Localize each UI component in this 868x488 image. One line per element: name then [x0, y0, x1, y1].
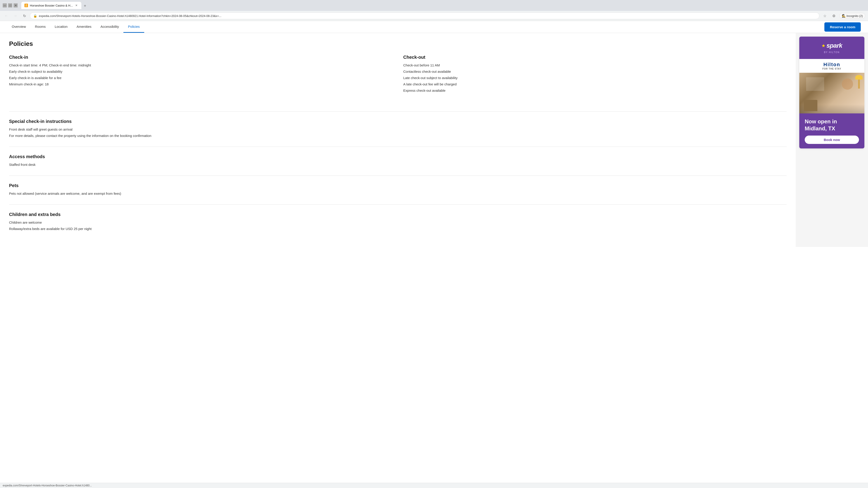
nav-links: Overview Rooms Location Amenities Access…: [7, 21, 825, 33]
checkin-item-2: Early check-in is available for a fee: [9, 75, 393, 80]
checkout-heading: Check-out: [403, 55, 786, 60]
special-checkin-item-1: For more details, please contact the pro…: [9, 133, 786, 138]
special-checkin-section: Special check-in instructions Front desk…: [9, 119, 786, 138]
room-art: [806, 77, 824, 91]
book-now-button[interactable]: Book now: [805, 135, 859, 144]
window-controls: — □ ✕: [3, 3, 18, 7]
checkin-section: Check-in Check-in start time: 4 PM; Chec…: [9, 55, 393, 94]
room-furniture: [804, 100, 817, 111]
hilton-name: Hilton: [805, 62, 859, 68]
pets-heading: Pets: [9, 183, 786, 188]
children-section: Children and extra beds Children are wel…: [9, 212, 786, 232]
ad-bottom: Now open in Midland, TX Book now: [799, 113, 864, 149]
pets-section: Pets Pets not allowed (service animals a…: [9, 183, 786, 196]
divider-4: [9, 204, 786, 205]
nav-accessibility[interactable]: Accessibility: [96, 21, 124, 33]
checkout-section: Check-out Check-out before 11 AM Contact…: [403, 55, 786, 94]
spark-logo: spark: [827, 42, 842, 49]
pets-item-0: Pets not allowed (service animals are we…: [9, 191, 786, 196]
url-text: expedia.com/Shreveport-Hotels-Horseshoe-…: [39, 14, 816, 18]
access-methods-item-0: Staffed front desk: [9, 162, 786, 167]
checkout-item-4: Express check-out available: [403, 88, 786, 93]
minimize-button[interactable]: —: [3, 3, 7, 7]
checkout-item-2: Late check-out subject to availability: [403, 75, 786, 80]
children-item-0: Children are welcome: [9, 220, 786, 225]
special-checkin-heading: Special check-in instructions: [9, 119, 786, 124]
refresh-button[interactable]: ↻: [21, 12, 28, 20]
extensions-button[interactable]: ⚙: [830, 12, 837, 20]
checkout-item-0: Check-out before 11 AM: [403, 63, 786, 68]
bookmark-button[interactable]: ☆: [821, 12, 829, 20]
forward-button[interactable]: →: [12, 12, 19, 20]
browser-toolbar: ← → ↻ 🔒 expedia.com/Shreveport-Hotels-Ho…: [0, 11, 868, 21]
hotel-nav: Overview Rooms Location Amenities Access…: [0, 21, 868, 33]
nav-policies[interactable]: Policies: [123, 21, 144, 33]
divider-3: [9, 175, 786, 176]
checkin-heading: Check-in: [9, 55, 393, 60]
spark-star-icon: ★: [822, 43, 826, 48]
main-content: Policies Check-in Check-in start time: 4…: [0, 33, 796, 247]
room-lamp-decoration: [858, 75, 860, 89]
reserve-room-button[interactable]: Reserve a room: [825, 22, 861, 32]
profile-area[interactable]: 🕵 Incognito (2): [839, 13, 865, 19]
tab-favicon: Z: [24, 4, 28, 7]
tab-title: Horseshoe Bossier Casino & H...: [30, 4, 73, 7]
access-methods-section: Access methods Staffed front desk: [9, 154, 786, 167]
children-item-1: Rollaway/extra beds are available for US…: [9, 226, 786, 232]
hilton-sub: FOR THE STAY: [805, 68, 859, 70]
close-button[interactable]: ✕: [13, 3, 18, 7]
tab-bar: Z Horseshoe Bossier Casino & H... ✕ +: [20, 2, 90, 9]
profile-label: Incognito (2): [846, 14, 863, 18]
access-methods-heading: Access methods: [9, 154, 786, 159]
divider-2: [9, 147, 786, 147]
policies-grid: Check-in Check-in start time: 4 PM; Chec…: [9, 55, 786, 102]
back-button[interactable]: ←: [3, 12, 10, 20]
ad-top: ★ spark BY HILTON: [799, 37, 864, 59]
nav-location[interactable]: Location: [50, 21, 72, 33]
maximize-button[interactable]: □: [8, 3, 12, 7]
checkin-item-3: Minimum check-in age: 18: [9, 82, 393, 87]
checkout-item-1: Contactless check-out available: [403, 69, 786, 74]
tab-close-button[interactable]: ✕: [74, 4, 78, 7]
checkin-item-0: Check-in start time: 4 PM; Check-in end …: [9, 63, 393, 68]
nav-amenities[interactable]: Amenities: [72, 21, 96, 33]
new-tab-button[interactable]: +: [82, 3, 88, 9]
checkout-item-3: A late check-out fee will be charged: [403, 82, 786, 87]
ad-card: ★ spark BY HILTON Hilton FOR THE STAY: [799, 37, 864, 149]
nav-rooms[interactable]: Rooms: [31, 21, 51, 33]
address-bar[interactable]: 🔒 expedia.com/Shreveport-Hotels-Horsesho…: [30, 12, 819, 19]
spark-sub: BY HILTON: [805, 51, 859, 54]
special-checkin-item-0: Front desk staff will greet guests on ar…: [9, 127, 786, 132]
hilton-logo-section: Hilton FOR THE STAY: [799, 59, 864, 73]
active-tab[interactable]: Z Horseshoe Bossier Casino & H... ✕: [21, 2, 81, 9]
checkin-item-1: Early check-in subject to availability: [9, 69, 393, 74]
titlebar: — □ ✕ Z Horseshoe Bossier Casino & H... …: [0, 0, 868, 11]
lock-icon: 🔒: [33, 14, 37, 18]
children-heading: Children and extra beds: [9, 212, 786, 217]
ad-room-image: [799, 73, 864, 113]
room-circle-deco: [842, 78, 853, 90]
browser-chrome: — □ ✕ Z Horseshoe Bossier Casino & H... …: [0, 0, 868, 21]
nav-overview[interactable]: Overview: [7, 21, 31, 33]
ad-bottom-text: Now open in Midland, TX: [805, 118, 859, 132]
page-layout: Policies Check-in Check-in start time: 4…: [0, 33, 868, 247]
page-title: Policies: [9, 40, 786, 47]
sidebar: ★ spark BY HILTON Hilton FOR THE STAY: [796, 33, 868, 247]
incognito-icon: 🕵: [842, 14, 846, 18]
